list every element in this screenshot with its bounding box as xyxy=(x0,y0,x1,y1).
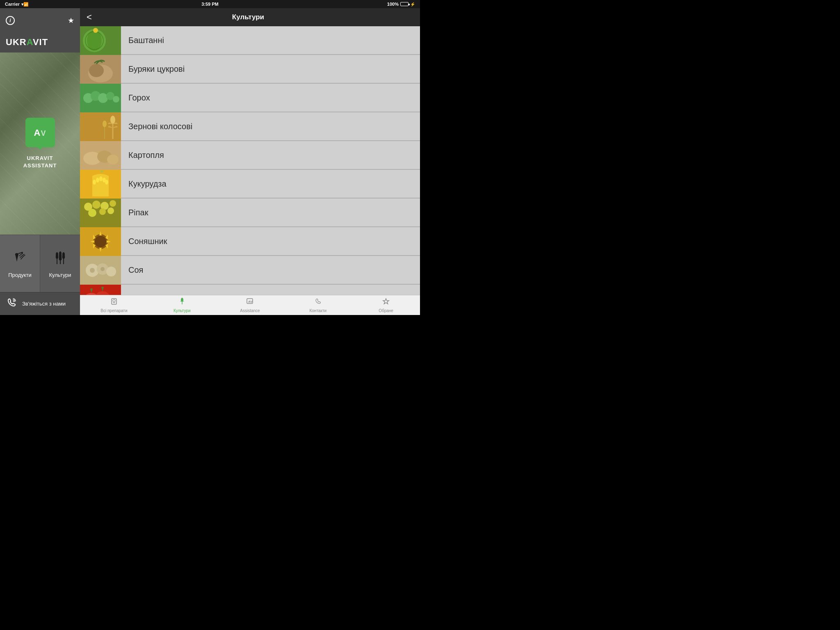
av-letter-a: A xyxy=(34,128,41,138)
crop-item-rapeseed[interactable]: Ріпак xyxy=(80,199,420,227)
svg-point-21 xyxy=(93,28,98,33)
svg-point-48 xyxy=(110,200,116,207)
svg-point-24 xyxy=(89,64,104,77)
back-button[interactable]: < xyxy=(87,12,95,23)
crop-item-melon[interactable]: Баштанні xyxy=(80,26,420,55)
svg-point-58 xyxy=(106,267,116,276)
tab-assistance[interactable]: AV Assistance xyxy=(216,295,284,315)
tab-icon-favorites xyxy=(382,297,390,308)
crop-name-rapeseed: Ріпак xyxy=(121,199,420,226)
nav-title: Культури xyxy=(95,13,401,21)
sidebar-logo: UKRAVIT xyxy=(0,33,80,52)
crop-thumbnail-melon xyxy=(80,26,121,55)
tab-label-favorites: Обране xyxy=(379,308,393,313)
main-panel: < Культури Баштанні Буряки цукрові Горох… xyxy=(80,8,420,315)
crop-list: Баштанні Буряки цукрові Горох Зернові ко… xyxy=(80,26,420,295)
logo-text: UKRAVIT xyxy=(6,37,48,48)
tab-label-contacts: Контакти xyxy=(309,308,326,313)
sidebar-header: i ★ xyxy=(0,8,80,33)
tab-icon-assistance: AV xyxy=(246,297,254,308)
crop-item-tomato[interactable]: Томати xyxy=(80,285,420,295)
crop-name-sunflower: Соняшник xyxy=(121,227,420,255)
crop-name-grain: Зернові колосові xyxy=(121,112,420,140)
products-tile-label: Продукти xyxy=(8,272,32,278)
crop-item-grain[interactable]: Зернові колосові xyxy=(80,112,420,141)
battery-icon xyxy=(400,2,409,6)
carrier-label: Carrier xyxy=(5,2,20,7)
status-left: Carrier ▾📶 xyxy=(5,2,28,7)
svg-point-50 xyxy=(99,208,106,215)
battery-label: 100% xyxy=(387,2,399,7)
sidebar-tile-products[interactable]: Продукти xyxy=(0,235,40,292)
crop-item-beet[interactable]: Буряки цукрові xyxy=(80,55,420,84)
status-bar: Carrier ▾📶 3:59 PM 100% ⚡ xyxy=(0,0,420,8)
hero-title-line1: UKRAVIT xyxy=(23,155,57,162)
crop-item-potato[interactable]: Картопля xyxy=(80,141,420,170)
svg-point-60 xyxy=(100,267,105,271)
star-icon[interactable]: ★ xyxy=(68,16,74,25)
svg-point-12 xyxy=(55,254,58,259)
cultures-tile-label: Культури xyxy=(49,272,71,278)
info-icon[interactable]: i xyxy=(6,16,15,25)
crop-name-tomato: Томати xyxy=(121,285,420,295)
crop-thumbnail-tomato xyxy=(80,285,121,295)
svg-point-40 xyxy=(96,178,99,183)
svg-point-28 xyxy=(98,93,108,103)
tab-bar: Всі препарати Культури AV Assistance Кон… xyxy=(80,295,420,315)
sidebar-tiles: Продукти xyxy=(0,235,80,292)
crop-item-soy[interactable]: Соя xyxy=(80,256,420,285)
crop-thumbnail-beet xyxy=(80,55,121,84)
tab-label-cultures: Культури xyxy=(173,308,191,313)
charging-icon: ⚡ xyxy=(410,2,415,7)
crop-name-beet: Буряки цукрові xyxy=(121,55,420,83)
cultures-icon xyxy=(52,249,68,269)
svg-point-33 xyxy=(103,121,107,127)
svg-point-54 xyxy=(95,236,106,247)
tab-all-products[interactable]: Всі препарати xyxy=(80,295,148,315)
tab-icon-cultures xyxy=(178,297,186,308)
tab-icon-all-products xyxy=(110,297,118,308)
tab-cultures[interactable]: Культури xyxy=(148,295,216,315)
crop-item-sunflower[interactable]: Соняшник xyxy=(80,227,420,256)
hero-logo-container: AV UKRAVIT ASSISTANT xyxy=(23,118,57,169)
svg-point-8 xyxy=(58,256,62,260)
svg-point-0 xyxy=(15,253,18,256)
svg-point-66 xyxy=(113,299,115,302)
status-right: 100% ⚡ xyxy=(387,2,415,7)
svg-text:AV: AV xyxy=(248,300,253,304)
svg-line-1 xyxy=(18,253,22,253)
crop-thumbnail-grain xyxy=(80,112,121,141)
crop-name-potato: Картопля xyxy=(121,141,420,169)
av-letter-v: V xyxy=(41,129,46,137)
crop-thumbnail-pea xyxy=(80,84,121,112)
av-logo-text: AV xyxy=(34,127,46,138)
products-icon xyxy=(12,249,28,269)
svg-point-51 xyxy=(107,208,114,214)
av-logo-icon: AV xyxy=(25,118,55,147)
sidebar-contact[interactable]: Зв'яжіться з нами xyxy=(0,292,80,315)
crop-thumbnail-corn xyxy=(80,170,121,199)
wifi-icon: ▾📶 xyxy=(21,2,28,7)
phone-icon xyxy=(6,297,17,311)
tab-contacts[interactable]: Контакти xyxy=(284,295,352,315)
svg-point-37 xyxy=(107,155,119,164)
sidebar-hero: AV UKRAVIT ASSISTANT xyxy=(0,52,80,235)
tab-favorites[interactable]: Обране xyxy=(352,295,420,315)
crop-thumbnail-rapeseed xyxy=(80,199,121,227)
crop-item-pea[interactable]: Горох xyxy=(80,84,420,112)
crop-name-corn: Кукурудза xyxy=(121,170,420,198)
crop-thumbnail-sunflower xyxy=(80,227,121,256)
sidebar: i ★ UKRAVIT AV UKRAVIT ASSISTANT xyxy=(0,8,80,315)
nav-header: < Культури xyxy=(80,8,420,26)
sidebar-tile-cultures[interactable]: Культури xyxy=(40,235,80,292)
app-container: i ★ UKRAVIT AV UKRAVIT ASSISTANT xyxy=(0,8,420,315)
crop-name-melon: Баштанні xyxy=(121,26,420,54)
svg-point-32 xyxy=(110,116,115,124)
contact-label: Зв'яжіться з нами xyxy=(22,301,66,307)
svg-point-46 xyxy=(92,201,100,209)
crop-item-corn[interactable]: Кукурудза xyxy=(80,170,420,199)
svg-point-43 xyxy=(105,180,108,185)
crop-name-pea: Горох xyxy=(121,84,420,112)
crop-thumbnail-potato xyxy=(80,141,121,170)
svg-point-59 xyxy=(90,268,95,273)
